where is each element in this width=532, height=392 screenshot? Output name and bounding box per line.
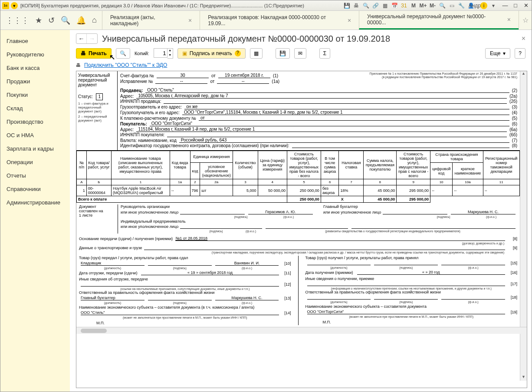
app-icon: 1c	[2, 2, 9, 9]
help-button[interactable]: ?	[515, 48, 525, 59]
maximize-button[interactable]: □	[512, 2, 519, 9]
sidebar-item-admin[interactable]: Администрирование	[0, 196, 70, 209]
sidebar-item-assets[interactable]: ОС и НМА	[0, 128, 70, 142]
sum-button[interactable]: Σ	[319, 48, 330, 59]
dropdown-icon[interactable]: ▾	[11, 2, 18, 9]
date-icon[interactable]: 31	[401, 2, 407, 9]
link-icon[interactable]: 🔗	[372, 2, 379, 9]
print-icon[interactable]: 🖶	[353, 2, 360, 9]
save-icon[interactable]: 💾	[343, 2, 350, 9]
status-value: 1	[96, 93, 103, 100]
doc-footer: Документсоставлен на1 листе Руководитель…	[76, 203, 520, 327]
horizontal-scrollbar[interactable]	[76, 327, 527, 334]
home-icon[interactable]: ⌂	[92, 16, 97, 25]
sidebar-item-production[interactable]: Производство	[0, 115, 70, 128]
spin-down[interactable]: ▼	[167, 53, 173, 58]
spin-up[interactable]: ▲	[167, 49, 173, 53]
calc-icon[interactable]: ▦	[381, 2, 388, 9]
preview-icon[interactable]: 🔍	[362, 2, 369, 9]
info-dropdown-icon[interactable]: ▾	[490, 2, 497, 9]
table-row: 1 00-00000064 Ноутбук Apple MacBook Air …	[77, 185, 520, 196]
calendar-icon[interactable]: 📅	[391, 2, 398, 9]
history-icon[interactable]: ↺	[48, 16, 55, 25]
subbar: ⋮⋮⋮ ★ ↺ 🔍 🔔 ⌂ Реализация (акты, накладны…	[0, 11, 532, 30]
search-icon[interactable]: 🔍	[61, 16, 70, 25]
page-close-button[interactable]: ×	[522, 35, 525, 43]
sidebar-item-sales[interactable]: Продажи	[0, 75, 70, 88]
print-button[interactable]: 🖶 Печать ↖	[76, 48, 112, 59]
more-button[interactable]: Еще ▾	[485, 48, 510, 59]
zoom-in-icon[interactable]: 🔍	[439, 2, 446, 9]
tabs: Реализация (акты, накладные)× Реализация…	[102, 11, 519, 30]
document-area[interactable]: ▲ ▼ Универсальный передаточный документ …	[76, 71, 527, 388]
page-title: Универсальный передаточный документ №000…	[102, 34, 517, 44]
items-table: № п/п Код товара/ работ, услуг Наименова…	[76, 151, 520, 203]
vertical-scrollbar[interactable]: ▲ ▼	[520, 71, 527, 381]
preview-icon: 🔍	[120, 50, 126, 56]
tab-upd[interactable]: Универсальный передаточный документ №000…	[359, 11, 519, 30]
close-icon[interactable]: ×	[507, 16, 511, 23]
close-icon[interactable]: ×	[188, 17, 192, 24]
cursor-icon: ↖	[109, 53, 115, 61]
titlebar: 1c ▾ [КОПИЯ] Бухгалтерия предприятия, ре…	[0, 0, 532, 11]
apps-icon[interactable]: ⋮⋮⋮	[6, 16, 29, 25]
m-plus-icon[interactable]: M+	[420, 2, 427, 9]
grid-icon[interactable]: ▭	[448, 2, 455, 9]
sidebar-item-manager[interactable]: Руководителю	[0, 48, 70, 61]
tab-sales-list[interactable]: Реализация (акты, накладные)×	[102, 11, 200, 30]
user-badge[interactable]: 👤 Андрей	[471, 2, 478, 9]
doc-header-fields: Приложение № 1 к постановлению Правитель…	[118, 71, 520, 150]
quick-icons: ⋮⋮⋮ ★ ↺ 🔍 🔔 ⌂	[0, 16, 102, 25]
sidebar-item-operations[interactable]: Операции	[0, 155, 70, 169]
sidebar-item-reports[interactable]: Отчеты	[0, 169, 70, 182]
tool-icon[interactable]: 🔧	[458, 2, 465, 9]
sidebar: Главное Руководителю Банк и касса Продаж…	[0, 30, 70, 392]
m-minus-icon[interactable]: M-	[429, 2, 436, 9]
nav-buttons: ← →	[76, 33, 98, 44]
sidebar-item-main[interactable]: Главное	[0, 34, 70, 48]
window-controls: — □ ✕	[501, 2, 530, 9]
sidebar-item-purchases[interactable]: Покупки	[0, 88, 70, 102]
edo-icon: 🖶	[76, 63, 81, 68]
forward-button[interactable]: →	[87, 34, 97, 43]
info-icon[interactable]: i	[480, 2, 487, 9]
favorite-tab-icon[interactable]: ☆	[519, 11, 532, 30]
printer-icon: 🖶	[81, 50, 86, 56]
window-title: [КОПИЯ] Бухгалтерия предприятия, редакци…	[20, 3, 343, 8]
close-button[interactable]: ✕	[522, 2, 530, 9]
save-file-button[interactable]: 💾	[276, 48, 290, 59]
copies-label: Копий:	[135, 51, 149, 56]
toolbar: 🖶 Печать ↖ 🔍 Копий: ▲▼ ▣Подпись и печать…	[70, 45, 532, 62]
back-button[interactable]: ←	[76, 34, 87, 43]
sidebar-item-stock[interactable]: Склад	[0, 102, 70, 115]
minimize-button[interactable]: —	[501, 2, 509, 9]
table-button[interactable]: ▦	[250, 48, 263, 59]
edo-link[interactable]: Подключить "ООО "Стиль"" к ЭДО	[84, 62, 167, 68]
sidebar-item-refs[interactable]: Справочники	[0, 182, 70, 196]
doc-type-box: Универсальный передаточный документ Стат…	[76, 71, 118, 150]
sign-button[interactable]: ▣Подпись и печать?	[177, 48, 246, 59]
close-icon[interactable]: ×	[348, 17, 351, 24]
preview-button[interactable]: 🔍	[116, 48, 130, 59]
bell-icon[interactable]: 🔔	[76, 16, 86, 25]
email-button[interactable]: ✉	[294, 48, 306, 59]
sidebar-item-hr[interactable]: Зарплата и кадры	[0, 142, 70, 155]
copies-input[interactable]	[154, 48, 167, 58]
sidebar-item-bank[interactable]: Банк и касса	[0, 61, 70, 75]
tab-invoice[interactable]: Реализация товаров: Накладная 0000-00003…	[200, 11, 359, 30]
content: ← → Универсальный передаточный документ …	[70, 30, 532, 392]
star-icon[interactable]: ★	[35, 16, 42, 25]
titlebar-icons: 💾 🖶 🔍 🔗 ▦ 📅 31 M M+ M- 🔍 ▭ 🔧 👤 Андрей i …	[343, 2, 497, 9]
m-icon[interactable]: M	[410, 2, 417, 9]
